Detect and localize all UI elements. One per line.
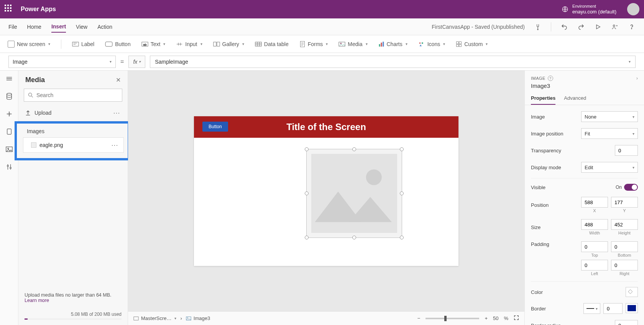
padding-bottom-input[interactable] [611, 241, 638, 252]
file-more-icon[interactable]: ⋯ [111, 141, 119, 149]
media-file-item[interactable]: eagle.png ⋯ [23, 137, 124, 153]
environment-picker[interactable]: Environment enayu.com (default) [562, 4, 616, 15]
media-rail-icon[interactable] [5, 145, 13, 153]
forms-icon [299, 41, 306, 47]
ribbon-input[interactable]: Input▾ [176, 41, 202, 47]
size-width-input[interactable] [581, 219, 608, 230]
label-icon [72, 41, 79, 47]
position-x-input[interactable] [581, 197, 608, 208]
zoom-in-icon[interactable]: + [485, 315, 488, 321]
svg-rect-16 [383, 41, 384, 46]
border-width-input[interactable] [603, 303, 623, 314]
redo-icon[interactable] [577, 23, 585, 31]
resize-handle[interactable] [352, 236, 356, 239]
ribbon-forms[interactable]: Forms▾ [299, 41, 328, 47]
undo-icon[interactable] [560, 23, 568, 31]
file-thumbnail-icon [31, 142, 36, 148]
ribbon-label[interactable]: Label [72, 41, 94, 47]
data-icon[interactable] [5, 92, 13, 101]
ribbon-media[interactable]: Media▾ [338, 41, 367, 47]
menu-action[interactable]: Action [97, 21, 112, 32]
svg-rect-18 [422, 42, 423, 44]
tab-advanced[interactable]: Advanced [564, 92, 586, 105]
learn-more-link[interactable]: Learn more [25, 298, 49, 303]
padding-left-input[interactable] [581, 260, 608, 271]
image-control[interactable] [306, 149, 402, 238]
prop-image-label: Image [531, 114, 545, 120]
control-name[interactable]: Image3 [525, 82, 644, 92]
prop-image-select[interactable]: None▾ [581, 111, 638, 122]
ribbon-data-table[interactable]: Data table [255, 41, 289, 47]
upload-button[interactable]: Upload [25, 110, 51, 116]
menu-home[interactable]: Home [27, 21, 41, 32]
fit-screen-icon[interactable] [514, 315, 519, 322]
formula-input[interactable]: SampleImage ▾ [150, 56, 636, 68]
tab-properties[interactable]: Properties [531, 92, 555, 105]
ribbon-custom[interactable]: Custom▾ [456, 41, 488, 47]
app-screen[interactable]: Button Title of the Screen [194, 116, 458, 266]
resize-handle[interactable] [305, 236, 309, 239]
visible-toggle[interactable] [624, 184, 638, 191]
resize-handle[interactable] [305, 191, 309, 195]
ribbon-text[interactable]: abText▾ [141, 41, 166, 47]
header-button[interactable]: Button [202, 122, 228, 132]
svg-rect-22 [459, 44, 462, 46]
advanced-tools-icon[interactable] [5, 163, 13, 171]
border-color-swatch[interactable] [626, 303, 638, 313]
help-icon[interactable] [628, 23, 636, 31]
menu-insert[interactable]: Insert [51, 21, 66, 33]
tree-view-icon[interactable] [5, 74, 13, 83]
prop-imagepos-select[interactable]: Fit▾ [581, 128, 638, 139]
share-icon[interactable] [611, 23, 619, 31]
close-icon[interactable]: ✕ [116, 76, 121, 84]
color-swatch[interactable] [626, 287, 638, 297]
app-checker-icon[interactable] [534, 23, 542, 31]
screen-icon [133, 316, 139, 321]
prop-color-label: Color [531, 289, 543, 295]
resize-handle[interactable] [400, 236, 404, 239]
property-dropdown[interactable]: Image ▾ [8, 56, 116, 68]
prop-displaymode-select[interactable]: Edit▾ [581, 162, 638, 173]
images-group-label[interactable]: Images [23, 128, 124, 137]
image-icon [186, 316, 191, 321]
ribbon-icons[interactable]: Icons▾ [418, 41, 445, 47]
app-launcher-icon[interactable] [5, 5, 14, 14]
database-icon[interactable] [5, 127, 13, 136]
breadcrumb-screen[interactable]: MasterScre…▾ [133, 315, 176, 321]
fx-button[interactable]: fx▾ [128, 56, 145, 68]
svg-rect-21 [457, 44, 459, 46]
position-y-input[interactable] [611, 197, 638, 208]
prop-transparency-input[interactable] [615, 145, 638, 156]
play-icon[interactable] [594, 23, 602, 31]
zoom-slider[interactable] [426, 318, 479, 319]
menu-view[interactable]: View [76, 21, 87, 32]
media-search[interactable] [24, 89, 122, 102]
chevron-right-icon[interactable]: › [636, 75, 638, 81]
environment-icon [562, 6, 568, 13]
ribbon-gallery[interactable]: Gallery▾ [213, 41, 244, 47]
insert-plus-icon[interactable] [5, 110, 13, 118]
ribbon-new-screen[interactable]: New screen▾ [8, 41, 50, 48]
zoom-out-icon[interactable]: − [417, 315, 421, 321]
search-input[interactable] [36, 92, 118, 98]
ribbon-charts[interactable]: Charts▾ [378, 41, 407, 47]
resize-handle[interactable] [400, 191, 404, 195]
ribbon-button[interactable]: Button [105, 41, 130, 47]
input-icon [176, 41, 183, 47]
more-icon[interactable]: ⋯ [113, 109, 121, 117]
svg-rect-5 [105, 42, 112, 46]
resize-handle[interactable] [400, 147, 404, 151]
padding-right-input[interactable] [611, 260, 638, 271]
storage-usage: 5.08 MB of 200 MB used [25, 312, 122, 317]
help-icon[interactable]: ? [548, 76, 553, 81]
resize-handle[interactable] [305, 147, 309, 151]
border-style-select[interactable]: ▾ [583, 303, 600, 314]
breadcrumb-control[interactable]: Image3 [186, 315, 210, 321]
menu-file[interactable]: File [8, 21, 17, 32]
resize-handle[interactable] [352, 147, 356, 151]
padding-top-input[interactable] [581, 241, 608, 252]
formula-text: SampleImage [155, 59, 188, 65]
avatar[interactable] [627, 3, 639, 15]
size-height-input[interactable] [611, 219, 638, 230]
border-radius-input[interactable] [615, 320, 638, 325]
